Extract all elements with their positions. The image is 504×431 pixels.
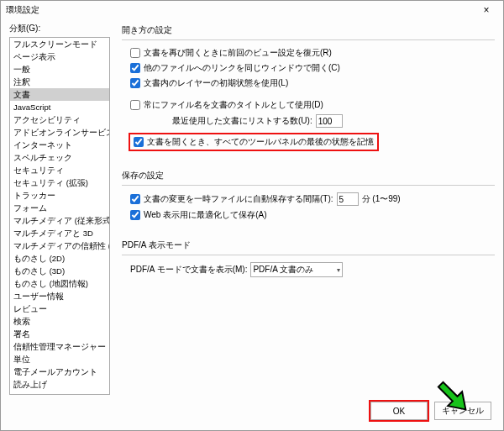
autosave-checkbox[interactable] <box>130 194 140 204</box>
category-item[interactable]: アクセシビリティ <box>10 113 109 126</box>
saving-group-title: 保存の設定 <box>122 170 495 181</box>
autosave-interval-input[interactable] <box>337 192 359 206</box>
use-filename-title-checkbox[interactable] <box>130 100 140 110</box>
separator <box>122 185 495 186</box>
use-filename-title-label: 常にファイル名を文書のタイトルとして使用(D) <box>144 99 323 111</box>
open-link-same-window-checkbox[interactable] <box>130 63 140 73</box>
pdfa-mode-label: PDF/A モードで文書を表示(M): <box>130 264 247 276</box>
category-item[interactable]: 信頼性管理マネージャー <box>10 340 109 353</box>
titlebar: 環境設定 × <box>1 1 503 19</box>
category-item[interactable]: 単位 <box>10 353 109 365</box>
separator <box>122 255 495 255</box>
category-item[interactable]: セキュリティ (拡張) <box>10 176 109 189</box>
optimize-web-label: Web 表示用に最適化して保存(A) <box>144 209 267 221</box>
category-item[interactable]: 読み上げ <box>10 378 109 391</box>
dialog-footer: OK キャンセル <box>1 395 503 430</box>
dialog-title: 環境設定 <box>6 4 39 16</box>
recent-docs-input[interactable] <box>316 114 343 128</box>
category-panel: 分類(G): フルスクリーンモードページ表示一般注釈文書JavaScriptアク… <box>9 23 110 395</box>
category-item[interactable]: マルチメディアの信頼性 (従来形式) <box>10 239 109 252</box>
category-item[interactable]: 電子メールアカウント <box>10 365 109 378</box>
category-item[interactable]: ものさし (2D) <box>10 252 109 265</box>
category-item[interactable]: 署名 <box>10 328 109 340</box>
pdfa-group-title: PDF/A 表示モード <box>122 239 495 251</box>
category-item[interactable]: ユーザー情報 <box>10 290 109 302</box>
category-item[interactable]: スペルチェック <box>10 151 109 164</box>
restore-view-checkbox[interactable] <box>130 48 140 58</box>
remember-panels-label: 文書を開くとき、すべてのツールパネルの最後の状態を記憶 <box>147 136 374 148</box>
restore-view-label: 文書を再び開くときに前回のビュー設定を復元(R) <box>144 47 332 59</box>
recent-docs-label: 最近使用した文書にリストする数(U): <box>172 115 312 127</box>
chevron-down-icon: ▾ <box>337 266 340 274</box>
use-layer-initial-checkbox[interactable] <box>130 78 140 88</box>
category-item[interactable]: 文書 <box>10 88 109 101</box>
autosave-label-post: 分 (1〜99) <box>362 193 401 205</box>
pdfa-mode-select[interactable]: PDF/A 文書のみ ▾ <box>250 262 343 277</box>
close-icon[interactable]: × <box>475 4 498 16</box>
cancel-button[interactable]: キャンセル <box>434 402 491 420</box>
ok-button[interactable]: OK <box>370 402 428 420</box>
opening-group-title: 開き方の設定 <box>122 24 495 36</box>
category-label: 分類(G): <box>9 23 110 34</box>
remember-panels-highlight: 文書を開くとき、すべてのツールパネルの最後の状態を記憶 <box>129 133 379 151</box>
category-listbox[interactable]: フルスクリーンモードページ表示一般注釈文書JavaScriptアクセシビリティア… <box>9 37 110 395</box>
category-item[interactable]: レビュー <box>10 302 109 315</box>
category-item[interactable]: インターネット <box>10 139 109 151</box>
category-item[interactable]: ページ表示 <box>10 50 109 63</box>
category-item[interactable]: 一般 <box>10 63 109 76</box>
category-item[interactable]: トラッカー <box>10 189 109 202</box>
use-layer-initial-label: 文書内のレイヤーの初期状態を使用(L) <box>144 77 288 89</box>
category-item[interactable]: マルチメディア (従来形式) <box>10 214 109 227</box>
remember-panels-checkbox[interactable] <box>134 137 144 147</box>
category-item[interactable]: フルスクリーンモード <box>10 38 109 50</box>
settings-panel: 開き方の設定 文書を再び開くときに前回のビュー設定を復元(R) 他のファイルへの… <box>122 23 495 395</box>
separator <box>122 39 495 40</box>
pdfa-mode-value: PDF/A 文書のみ <box>253 264 313 276</box>
category-item[interactable]: 注釈 <box>10 76 109 88</box>
category-item[interactable]: フォーム <box>10 202 109 214</box>
category-item[interactable]: ものさし (地図情報) <box>10 277 109 290</box>
category-item[interactable]: JavaScript <box>10 101 109 113</box>
category-item[interactable]: マルチメディアと 3D <box>10 227 109 239</box>
category-item[interactable]: アドビオンラインサービス <box>10 126 109 139</box>
autosave-label-pre: 文書の変更を一時ファイルに自動保存する間隔(T): <box>144 193 333 205</box>
category-item[interactable]: セキュリティ <box>10 164 109 176</box>
open-link-same-window-label: 他のファイルへのリンクを同じウィンドウで開く(C) <box>144 62 340 74</box>
optimize-web-checkbox[interactable] <box>130 210 140 220</box>
preferences-dialog: 環境設定 × 分類(G): フルスクリーンモードページ表示一般注釈文書JavaS… <box>0 0 504 431</box>
category-item[interactable]: ものさし (3D) <box>10 265 109 277</box>
category-item[interactable]: 検索 <box>10 315 109 328</box>
